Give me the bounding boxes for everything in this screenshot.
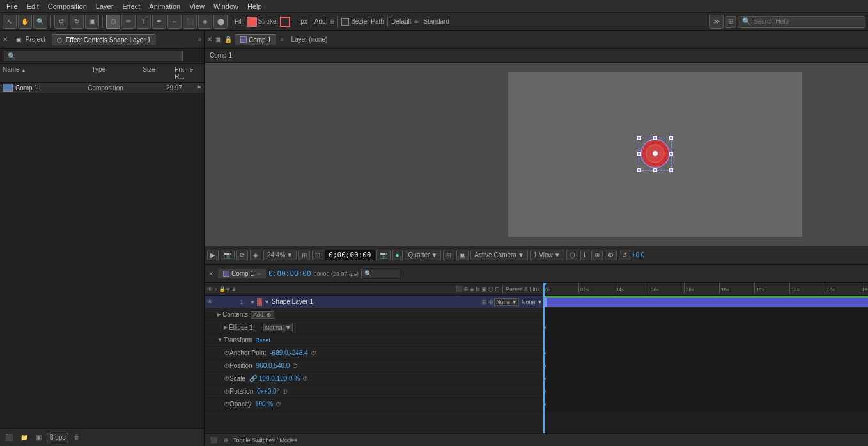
tool-puppet[interactable]: ⬤ (213, 15, 228, 29)
vc-play-btn[interactable]: ▶ (207, 250, 219, 260)
track-bar-main[interactable] (543, 298, 868, 307)
active-camera-dropdown[interactable]: Active Camera ▼ (470, 250, 527, 260)
timeline-search[interactable] (361, 269, 399, 278)
project-item-comp1[interactable]: Comp 1 Composition 29.97 ⚑ (0, 83, 204, 93)
lc-switch6[interactable]: ⊡ (495, 286, 500, 292)
lc-switch4[interactable]: ▣ (481, 286, 487, 292)
playhead[interactable] (543, 283, 545, 433)
rot-value[interactable]: 0x+0.0° (257, 388, 279, 395)
tool-region[interactable]: ▣ (85, 15, 99, 29)
project-btn-interpret[interactable]: ⬛ (3, 433, 15, 442)
fill-swatch[interactable] (247, 17, 257, 27)
layer-name-1[interactable]: Shape Layer 1 (272, 298, 481, 305)
tool-undo[interactable]: ↺ (54, 15, 68, 29)
search-help-input[interactable] (754, 18, 861, 25)
vc-render-btn[interactable]: ⊕ (591, 250, 603, 260)
opa-value[interactable]: 100 % (255, 401, 273, 408)
pos-value[interactable]: 960.0,540.0 (256, 362, 290, 369)
vc-snapshot-btn[interactable]: 📷 (221, 250, 235, 260)
lc-fx[interactable]: fx (476, 286, 480, 292)
menu-file[interactable]: File (3, 1, 22, 12)
tool-zoom[interactable]: 🔍 (33, 15, 47, 29)
zoom-dropdown[interactable]: 24.4% ▼ (263, 250, 297, 260)
scale-value[interactable]: 🔗 100.0,100.0 % (249, 375, 300, 382)
tool-redo[interactable]: ↻ (70, 15, 84, 29)
menu-view[interactable]: View (185, 1, 208, 12)
handle-bm[interactable] (653, 168, 657, 172)
tool-paint[interactable]: ✒ (152, 15, 166, 29)
opa-kf[interactable]: ⏱ (275, 401, 281, 408)
tool-roto[interactable]: ◈ (198, 15, 212, 29)
layer-mode-1[interactable]: None ▼ (494, 298, 519, 306)
expand-transform[interactable]: ▼ (217, 337, 222, 343)
vc-fit-btn[interactable]: ⊞ (298, 250, 310, 260)
tool-clone[interactable]: ↔ (167, 15, 182, 29)
handle-br[interactable] (669, 168, 673, 172)
stroke-swatch[interactable] (280, 17, 290, 27)
toolbar-menu-icon[interactable]: ≡ (415, 18, 419, 25)
lc-switch1[interactable]: ⬛ (455, 286, 462, 292)
vc-3d-btn[interactable]: ⟳ (236, 250, 248, 260)
project-btn-delete[interactable]: 🗑 (71, 433, 82, 442)
ellipse-blend-mode[interactable]: Normal ▼ (263, 324, 293, 331)
tool-hand[interactable]: ✋ (18, 15, 32, 29)
handle-tm[interactable] (653, 136, 657, 140)
timecode-display[interactable]: 0;00;00;00 (325, 250, 374, 260)
layer-row-1[interactable]: 👁 1 ★ ▼ Shape Layer 1 ⊞ ⊕ None ▼ None ▼ (205, 296, 543, 308)
layer-sw-1[interactable]: ⊞ (482, 299, 487, 305)
tl-bottom-btn2[interactable]: ⊕ (222, 436, 231, 444)
lc-switch5[interactable]: ⬡ (488, 286, 493, 292)
workspace-toggle[interactable]: ⊞ (725, 16, 736, 28)
lc-audio[interactable]: ♪ (214, 286, 217, 292)
vc-color-btn[interactable]: ● (392, 250, 403, 260)
add-btn[interactable]: Add: ⊕ (251, 311, 274, 319)
menu-edit[interactable]: Edit (23, 1, 43, 12)
tool-eraser[interactable]: ⬛ (183, 15, 197, 29)
lc-switch3[interactable]: ◈ (470, 286, 474, 292)
expand-icon[interactable]: ≫ (709, 15, 724, 29)
layer-vis-1[interactable]: 👁 (205, 299, 215, 305)
vc-overlay-btn[interactable]: ▣ (456, 250, 469, 260)
anchor-kf[interactable]: ⏱ (311, 350, 316, 356)
scale-stopwatch[interactable]: ⏱ (224, 376, 229, 382)
tool-select[interactable]: ↖ (3, 15, 17, 29)
project-btn-composition[interactable]: ▣ (33, 433, 44, 442)
toggle-switches-label[interactable]: Toggle Switches / Modes (233, 437, 297, 443)
timeline-close[interactable]: ✕ (208, 270, 213, 277)
panel-close-btn[interactable]: ✕ (3, 36, 8, 43)
handle-tl[interactable] (637, 136, 641, 140)
quality-dropdown[interactable]: Quarter ▼ (405, 250, 442, 260)
project-search-input[interactable] (4, 51, 183, 61)
panel-expand-btn[interactable]: » (198, 36, 201, 43)
opa-stopwatch[interactable]: ⏱ (224, 401, 229, 408)
menu-layer[interactable]: Layer (92, 1, 118, 12)
comp-panel-close[interactable]: ✕ (207, 36, 212, 43)
timeline-timecode[interactable]: 0;00;00;00 (268, 269, 311, 278)
layer-star-1[interactable]: ★ (248, 299, 257, 305)
timeline-tab[interactable]: Comp 1 ≡ (218, 269, 266, 278)
tool-ellipse[interactable]: ⬡ (106, 15, 120, 29)
rot-kf[interactable]: ⏱ (282, 388, 288, 395)
layer-parent-1[interactable]: None ▼ (522, 299, 543, 305)
tab-project[interactable]: ▣ Project (11, 34, 50, 45)
tool-text[interactable]: T (137, 15, 151, 29)
handle-ml[interactable] (637, 152, 641, 156)
vc-camera-btn[interactable]: 📷 (376, 250, 391, 260)
project-btn-folder[interactable]: 📁 (18, 433, 31, 442)
lc-eye[interactable]: 👁 (207, 286, 213, 292)
scale-kf[interactable]: ⏱ (302, 376, 308, 382)
tab-effect-controls[interactable]: ⬡ Effect Controls Shape Layer 1 (52, 34, 156, 45)
handle-mr[interactable] (669, 152, 673, 156)
lc-star[interactable]: ★ (231, 286, 236, 292)
menu-help[interactable]: Help (244, 1, 266, 12)
vc-grid-btn[interactable]: ⊡ (312, 250, 323, 260)
menu-composition[interactable]: Composition (44, 1, 91, 12)
view-count-dropdown[interactable]: 1 View ▼ (530, 250, 564, 260)
layer-sw-2[interactable]: ⊕ (488, 299, 493, 305)
vc-draft-btn[interactable]: ◈ (250, 250, 261, 260)
anchor-stopwatch[interactable]: ⏱ (224, 350, 229, 356)
menu-window[interactable]: Window (210, 1, 242, 12)
bezier-checkbox[interactable] (341, 18, 349, 26)
pos-kf[interactable]: ⏱ (292, 363, 298, 369)
pos-stopwatch[interactable]: ⏱ (224, 363, 229, 369)
